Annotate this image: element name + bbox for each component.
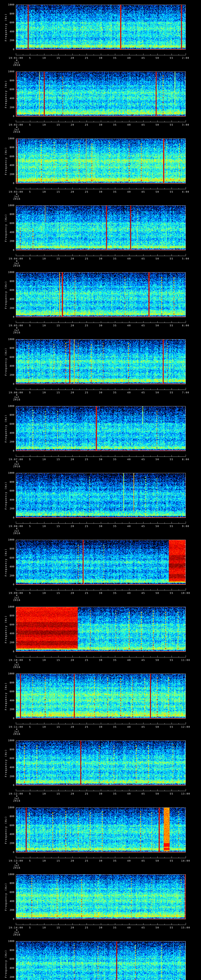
x-tick-label: 40	[127, 391, 131, 394]
y-tick-label: 800	[3, 13, 14, 15]
y-tick-label: 200	[3, 976, 14, 978]
x-tick-label: 55	[170, 325, 173, 327]
y-tick-label: 800	[3, 481, 14, 483]
x-tick-label: 55	[170, 191, 173, 193]
x-tick-label: 30	[99, 926, 102, 929]
x-tick-label: 10	[42, 726, 46, 728]
x-axis-date-line: 2016	[13, 867, 21, 869]
x-tick-label: 20	[71, 792, 74, 795]
x-tick-label: 50	[156, 926, 159, 929]
x-tick-label: 15	[56, 124, 60, 126]
y-tick-label: 800	[3, 614, 14, 617]
spectrogram-panel: Frequency (Hz) 0200400600800100051015202…	[0, 134, 201, 201]
x-axis-end-time: 2:00	[182, 57, 190, 59]
x-axis-end-time: 7:00	[182, 391, 190, 394]
y-tick-label: 200	[3, 374, 14, 376]
y-axis-title: Frequency (Hz)	[5, 749, 7, 777]
x-tick-label: 10	[42, 860, 46, 862]
y-tick-label: 800	[3, 414, 14, 416]
x-tick-label: 50	[156, 792, 159, 795]
x-tick-label: 10	[42, 926, 46, 929]
x-tick-label: 5	[29, 391, 31, 394]
x-tick-label: 55	[170, 592, 173, 594]
y-tick-label: 200	[3, 775, 14, 778]
y-axis-title: Frequency (Hz)	[5, 214, 7, 242]
x-axis-date-line: 2016	[13, 599, 21, 601]
y-axis-title: Frequency (Hz)	[5, 80, 7, 108]
x-tick-label: 10	[42, 592, 46, 594]
spectrogram-panel: Frequency (Hz) 0200400600800100051015202…	[0, 736, 201, 803]
x-tick-label: 55	[170, 258, 173, 260]
y-tick-label: 1000	[3, 606, 14, 608]
x-tick-label: 55	[170, 659, 173, 661]
y-axis-title: Frequency (Hz)	[5, 883, 7, 911]
x-tick-label: 5	[29, 124, 31, 126]
x-tick-label: 25	[85, 191, 88, 193]
y-tick-label: 1000	[3, 405, 14, 407]
x-tick-label: 35	[113, 860, 116, 862]
y-tick-label: 400	[3, 833, 14, 835]
spectrogram-panel: Frequency (Hz) 0200400600800100051015202…	[0, 803, 201, 870]
x-tick-label: 50	[156, 124, 159, 126]
x-axis-end-time: 11:00	[181, 659, 190, 661]
y-tick-label: 800	[3, 146, 14, 149]
x-axis-end-time: 8:00	[182, 458, 190, 461]
y-tick-label: 400	[3, 499, 14, 501]
x-tick-label: 5	[29, 592, 31, 594]
y-tick-label: 400	[3, 231, 14, 234]
x-tick-label: 30	[99, 124, 102, 126]
x-tick-label: 20	[71, 592, 74, 594]
x-tick-label: 35	[113, 258, 116, 260]
y-tick-label: 600	[3, 757, 14, 759]
x-tick-label: 5	[29, 792, 31, 795]
spectrogram-image	[0, 937, 201, 980]
x-tick-label: 40	[127, 124, 131, 126]
y-axis-title: Frequency (Hz)	[5, 548, 7, 576]
x-axis-end-time: 10:00	[181, 592, 190, 594]
x-tick-label: 50	[156, 391, 159, 394]
x-axis-end-time: 3:00	[182, 124, 190, 126]
spectrogram-stack: { "figure": { "ylabel": "Frequency (Hz)"…	[0, 0, 201, 980]
x-tick-label: 30	[99, 458, 102, 461]
y-tick-label: 800	[3, 882, 14, 885]
x-axis-date-line: 2016	[13, 465, 21, 468]
x-tick-label: 35	[113, 191, 116, 193]
x-axis-end-time: 5:00	[182, 258, 190, 260]
x-axis-end-time: 9:00	[182, 525, 190, 527]
x-tick-label: 20	[71, 860, 74, 862]
y-tick-label: 1000	[3, 472, 14, 474]
x-tick-label: 10	[42, 325, 46, 327]
y-tick-label: 200	[3, 307, 14, 309]
x-axis-end-time: 12:00	[181, 726, 190, 728]
y-tick-label: 600	[3, 423, 14, 425]
y-tick-label: 600	[3, 891, 14, 893]
x-tick-label: 55	[170, 860, 173, 862]
x-tick-label: 40	[127, 258, 131, 260]
x-axis-end-time: 14:00	[181, 860, 190, 862]
x-tick-label: 45	[142, 258, 145, 260]
spectrogram-panel: Frequency (Hz) 0200400600800100051015202…	[0, 870, 201, 937]
spectrogram-panel: Frequency (Hz) 0200400600800100051015202…	[0, 401, 201, 468]
y-tick-label: 800	[3, 347, 14, 349]
x-tick-label: 50	[156, 191, 159, 193]
x-axis-date-line: 2016	[13, 666, 21, 668]
y-tick-label: 0	[3, 583, 14, 585]
x-tick-label: 25	[85, 525, 88, 527]
y-tick-label: 800	[3, 547, 14, 550]
y-tick-label: 600	[3, 557, 14, 559]
y-tick-label: 0	[3, 851, 14, 853]
x-tick-label: 10	[42, 792, 46, 795]
y-tick-label: 400	[3, 365, 14, 367]
y-axis-title: Frequency (Hz)	[5, 615, 7, 643]
x-tick-label: 40	[127, 726, 131, 728]
x-tick-label: 30	[99, 525, 102, 527]
spectrogram-panel: Frequency (Hz) 0200400600800100051015202…	[0, 334, 201, 401]
x-tick-label: 30	[99, 792, 102, 795]
x-tick-label: 15	[56, 926, 60, 929]
x-tick-label: 10	[42, 57, 46, 59]
x-tick-label: 45	[142, 191, 145, 193]
y-tick-label: 200	[3, 508, 14, 510]
x-tick-label: 30	[99, 860, 102, 862]
x-axis-date-line: 2016	[13, 131, 21, 133]
x-tick-label: 35	[113, 659, 116, 661]
